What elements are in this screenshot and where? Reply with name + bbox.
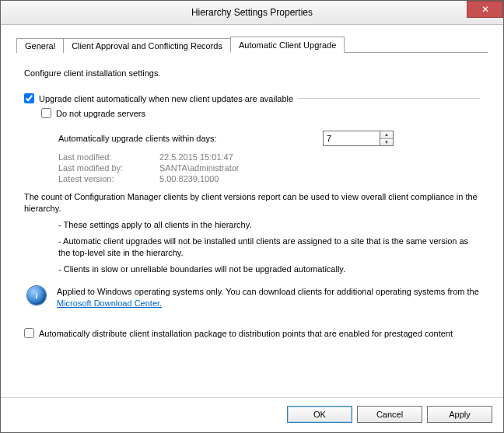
tab-automatic-upgrade[interactable]: Automatic Client Upgrade xyxy=(230,37,345,53)
distribute-checkbox[interactable] xyxy=(24,328,34,338)
days-label: Automatically upgrade clients within day… xyxy=(58,134,315,143)
group-divider xyxy=(298,98,480,100)
tab-strip: General Client Approval and Conflicting … xyxy=(16,36,488,53)
distribute-label: Automatically distribute client installa… xyxy=(39,329,453,338)
ok-button[interactable]: OK xyxy=(287,406,352,423)
days-spinner: ▲ ▼ xyxy=(323,131,394,146)
window-title: Hierarchy Settings Properties xyxy=(1,7,503,18)
days-input[interactable] xyxy=(323,131,380,146)
meta-version-label: Latest version: xyxy=(58,174,159,183)
meta-version-row: Latest version: 5.00.8239.1000 xyxy=(58,174,480,183)
bullet-all-clients: - These settings apply to all clients in… xyxy=(58,219,480,231)
content-area: General Client Approval and Conflicting … xyxy=(1,25,503,397)
tab-client-approval[interactable]: Client Approval and Conflicting Records xyxy=(63,38,231,53)
info-icon: i xyxy=(27,286,46,305)
meta-modified-by-value: SANTA\administrator xyxy=(159,163,240,173)
meta-modified-by-label: Last modified by: xyxy=(58,163,159,173)
info-text: Applied to Windows operating systems onl… xyxy=(57,286,480,309)
distribute-row: Automatically distribute client installa… xyxy=(24,328,480,338)
info-text-pre: Applied to Windows operating systems onl… xyxy=(57,287,479,296)
meta-modified-value: 22.5.2015 15:01:47 xyxy=(159,152,233,162)
no-servers-checkbox[interactable] xyxy=(41,108,51,118)
close-icon: ✕ xyxy=(481,4,489,15)
meta-modified-label: Last modified: xyxy=(58,152,159,162)
dialog-button-row: OK Cancel Apply xyxy=(1,397,503,432)
tab-general[interactable]: General xyxy=(16,38,64,53)
no-servers-row: Do not upgrade servers xyxy=(41,108,480,118)
spinner-buttons: ▲ ▼ xyxy=(380,131,394,146)
meta-modified-by-row: Last modified by: SANTA\administrator xyxy=(58,163,480,173)
upgrade-auto-checkbox[interactable] xyxy=(24,93,34,103)
titlebar: Hierarchy Settings Properties ✕ xyxy=(1,1,503,25)
close-button[interactable]: ✕ xyxy=(467,1,503,18)
download-center-link[interactable]: Microsoft Download Center. xyxy=(57,299,162,308)
info-block: i Applied to Windows operating systems o… xyxy=(24,286,480,309)
spinner-up[interactable]: ▲ xyxy=(380,131,393,139)
count-paragraph: The count of Configuration Manager clien… xyxy=(24,191,480,215)
panel-instruction: Configure client installation settings. xyxy=(24,68,480,78)
bullet-slow-boundary: - Clients in slow or unreliable boundari… xyxy=(58,264,480,275)
upgrade-auto-label: Upgrade client automatically when new cl… xyxy=(39,94,293,103)
spinner-down[interactable]: ▼ xyxy=(380,139,393,146)
upgrade-auto-row: Upgrade client automatically when new cl… xyxy=(24,93,480,103)
bullet-site-version: - Automatic client upgrades will not be … xyxy=(58,236,480,259)
no-servers-label: Do not upgrade servers xyxy=(56,109,145,118)
days-row: Automatically upgrade clients within day… xyxy=(58,131,480,146)
meta-version-value: 5.00.8239.1000 xyxy=(159,174,219,183)
dialog-window: Hierarchy Settings Properties ✕ General … xyxy=(0,0,504,433)
meta-modified-row: Last modified: 22.5.2015 15:01:47 xyxy=(58,152,480,162)
cancel-button[interactable]: Cancel xyxy=(357,406,422,423)
apply-button[interactable]: Apply xyxy=(427,406,492,423)
tab-panel-upgrade: Configure client installation settings. … xyxy=(16,53,488,397)
